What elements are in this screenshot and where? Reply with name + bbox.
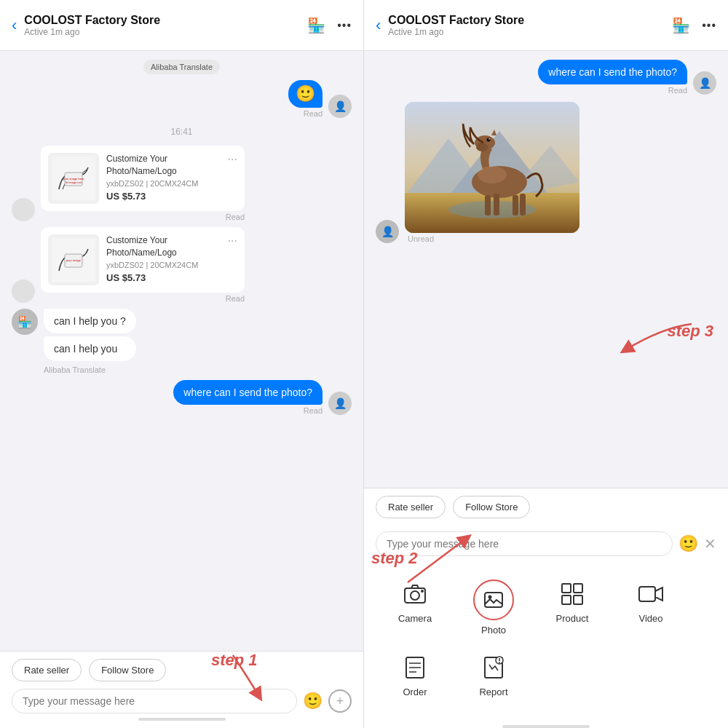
right-grid-product[interactable]: Product (533, 574, 612, 641)
left-product2-sku: yxbDZS02 | 20CMX24CM (106, 261, 237, 269)
left-emoji-bubble-wrap: 🙂 Read (288, 80, 323, 118)
svg-rect-27 (485, 593, 502, 607)
right-store-avatar: 👤 (376, 220, 399, 243)
svg-rect-19 (485, 195, 491, 215)
product-icon (558, 579, 587, 609)
svg-text:your image: your image (66, 258, 82, 262)
left-message-input[interactable] (12, 689, 297, 713)
right-grid-report[interactable]: Report (454, 647, 533, 703)
svg-rect-29 (562, 584, 571, 593)
right-grid-photo[interactable]: Photo (454, 574, 533, 641)
left-back-button[interactable]: ‹ (12, 16, 17, 35)
right-header: ‹ COOLOST Factory Store Active 1m ago 🏪 … (364, 0, 728, 51)
right-grid-area: Camera Photo (364, 562, 728, 721)
left-product-card1[interactable]: ··· your image here le image not Customi… (41, 146, 245, 211)
svg-rect-31 (562, 596, 571, 604)
left-time-sep: 16:41 (12, 127, 352, 137)
right-step2-label: step 2 (371, 549, 418, 568)
right-more-icon[interactable]: ••• (702, 19, 716, 32)
right-action-buttons: Rate seller Follow Store (364, 488, 728, 518)
left-action-buttons: Rate seller Follow Store (12, 659, 352, 681)
right-order-label: Order (403, 687, 427, 697)
left-product2-wrap: ··· your image Customize Your Photo/Name… (41, 227, 245, 303)
left-product1-more[interactable]: ··· (228, 153, 237, 166)
svg-rect-22 (520, 194, 526, 215)
left-store-bubble2: can I help you (44, 336, 136, 361)
left-header: ‹ COOLOST Factory Store Active 1m ago 🏪 … (0, 0, 363, 51)
left-chat-area: Alibaba Translate 👤 🙂 Read 16:41 ··· (0, 51, 363, 651)
left-product2-price: US $5.73 (106, 272, 237, 283)
right-header-icons: 🏪 ••• (672, 17, 716, 34)
left-follow-store-button[interactable]: Follow Store (89, 659, 166, 681)
left-more-icon[interactable]: ••• (337, 19, 352, 32)
right-follow-store-button[interactable]: Follow Store (453, 496, 530, 518)
right-camera-label: Camera (398, 613, 432, 624)
left-product-img1: your image here le image not (48, 153, 99, 204)
left-store-icon[interactable]: 🏪 (307, 17, 325, 34)
right-user-avatar: 👤 (693, 71, 716, 95)
right-user-bubble: where can I send the photo? (538, 60, 687, 84)
left-product1-read: Read (226, 213, 245, 221)
left-emoji-msg-row: 👤 🙂 Read (12, 80, 352, 118)
right-product-label: Product (556, 613, 589, 624)
left-product1-info: Customize Your Photo/Name/Logo yxbDZS02 … (106, 153, 237, 204)
right-horse-image (405, 102, 579, 233)
left-rate-seller-button[interactable]: Rate seller (12, 659, 82, 681)
left-product2-name: Customize Your Photo/Name/Logo (106, 234, 237, 259)
svg-point-23 (478, 166, 507, 183)
svg-point-25 (411, 591, 419, 600)
svg-rect-21 (513, 195, 518, 215)
right-grid-video[interactable]: Video (612, 574, 690, 641)
right-store-icon[interactable]: 🏪 (672, 17, 690, 34)
right-user-read: Read (668, 86, 687, 95)
right-message-input[interactable] (376, 531, 673, 556)
svg-point-17 (488, 138, 490, 140)
left-emoji-bubble: 🙂 (288, 80, 323, 108)
left-product2-more[interactable]: ··· (228, 234, 237, 248)
left-product-card2[interactable]: ··· your image Customize Your Photo/Name… (41, 227, 245, 293)
right-grid-row1: Camera Photo (376, 574, 716, 641)
left-emoji-read: Read (304, 109, 323, 118)
left-translate-badge: Alibaba Translate (143, 60, 220, 74)
svg-point-41 (499, 662, 500, 663)
report-icon (479, 653, 508, 682)
left-user-avatar2: 👤 (328, 392, 352, 415)
right-back-button[interactable]: ‹ (376, 16, 381, 35)
svg-point-26 (421, 590, 424, 593)
left-store-bubble1: can I help you ? (44, 309, 136, 333)
left-store-title: COOLOST Factory Store (24, 14, 300, 27)
left-bottom-area: Rate seller Follow Store 🙂 + (0, 651, 363, 728)
right-grid-camera[interactable]: Camera (376, 574, 454, 641)
right-chat-area: 👤 where can I send the photo? Read 👤 (364, 51, 728, 488)
right-grid-order[interactable]: Order (376, 647, 454, 703)
right-horse-row: 👤 (376, 102, 716, 243)
right-step3-label: step 3 (667, 322, 713, 341)
right-store-title: COOLOST Factory Store (388, 14, 665, 27)
right-close-icon[interactable]: ✕ (704, 535, 716, 553)
order-icon (400, 653, 430, 682)
svg-text:le image not: le image not (66, 181, 82, 184)
left-product1-row: ··· your image here le image not Customi… (12, 146, 352, 221)
left-store-bubbles: can I help you ? can I help you Alibaba … (44, 309, 136, 374)
left-add-button[interactable]: + (328, 689, 352, 713)
left-emoji-icon[interactable]: 🙂 (303, 692, 323, 711)
right-input-row: 🙂 ✕ (364, 526, 728, 562)
right-video-label: Video (638, 613, 662, 624)
left-input-row: 🙂 + (12, 689, 352, 713)
left-product1-price: US $5.73 (106, 191, 237, 202)
camera-icon (400, 579, 430, 609)
right-emoji-icon[interactable]: 🙂 (678, 534, 698, 553)
left-product1-sku: yxbDZS02 | 20CMX24CM (106, 179, 237, 188)
left-store-avatar3: 🏪 (12, 309, 38, 335)
left-product1-wrap: ··· your image here le image not Customi… (41, 146, 245, 221)
left-user-msg-wrap: where can I send the photo? Read (173, 380, 323, 415)
svg-rect-30 (574, 584, 582, 593)
left-store-msg-row: 🏪 can I help you ? can I help you Alibab… (12, 309, 352, 374)
left-header-info: COOLOST Factory Store Active 1m ago (24, 14, 300, 37)
svg-rect-20 (494, 194, 499, 215)
right-horse-wrap: Unread (405, 102, 579, 243)
video-icon (636, 579, 665, 609)
right-grid-row2: Order Report (376, 647, 716, 703)
right-rate-seller-button[interactable]: Rate seller (376, 496, 446, 518)
right-panel: ‹ COOLOST Factory Store Active 1m ago 🏪 … (364, 0, 728, 728)
